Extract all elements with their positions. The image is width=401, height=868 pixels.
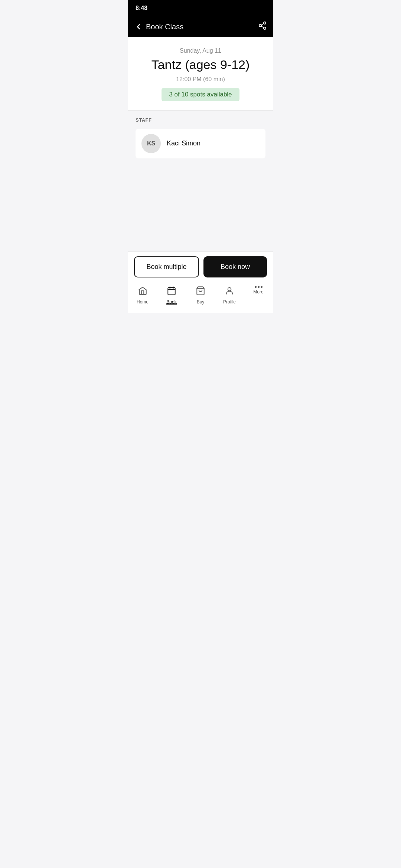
nav-more[interactable]: More: [247, 286, 270, 295]
staff-section: STAFF KS Kaci Simon: [128, 111, 273, 165]
svg-rect-5: [168, 287, 175, 295]
buy-icon: [196, 286, 205, 298]
header-left: Book Class: [134, 22, 183, 31]
nav-buy[interactable]: Buy: [189, 286, 212, 305]
svg-point-6: [228, 287, 231, 291]
more-icon: [255, 286, 263, 288]
staff-member-item: KS Kaci Simon: [136, 129, 265, 158]
spots-available-badge: 3 of 10 spots available: [162, 88, 239, 101]
header-title: Book Class: [146, 23, 183, 31]
svg-point-2: [264, 27, 266, 29]
svg-line-4: [261, 24, 264, 25]
nav-book[interactable]: Book: [160, 286, 183, 305]
event-time: 12:00 PM (60 min): [136, 76, 265, 83]
nav-more-label: More: [253, 289, 263, 295]
status-time: 8:48: [136, 5, 147, 11]
event-date: Sunday, Aug 11: [136, 47, 265, 54]
nav-active-indicator: [166, 303, 177, 305]
action-buttons: Book multiple Book now: [128, 251, 273, 282]
staff-avatar: KS: [141, 134, 161, 153]
event-title: Tantz (ages 9-12): [136, 57, 265, 72]
staff-initials: KS: [147, 140, 155, 147]
nav-home[interactable]: Home: [131, 286, 154, 305]
app-header: Book Class: [128, 16, 273, 37]
svg-point-0: [264, 22, 266, 24]
event-info-section: Sunday, Aug 11 Tantz (ages 9-12) 12:00 P…: [128, 37, 273, 111]
nav-home-label: Home: [137, 299, 149, 305]
book-now-button[interactable]: Book now: [203, 256, 267, 277]
nav-profile-label: Profile: [223, 299, 236, 305]
home-icon: [138, 286, 147, 298]
staff-section-label: STAFF: [136, 117, 265, 123]
three-dots-icon: [255, 286, 263, 288]
share-button[interactable]: [258, 21, 267, 32]
svg-point-1: [259, 24, 261, 27]
svg-line-3: [261, 26, 264, 28]
staff-name: Kaci Simon: [167, 139, 200, 147]
back-button[interactable]: [134, 22, 143, 31]
book-icon: [167, 286, 176, 298]
nav-profile[interactable]: Profile: [218, 286, 241, 305]
nav-buy-label: Buy: [197, 299, 205, 305]
bottom-navigation: Home Book Buy Prof: [128, 282, 273, 313]
status-bar: 8:48: [128, 0, 273, 16]
profile-icon: [225, 286, 234, 298]
book-multiple-button[interactable]: Book multiple: [134, 256, 199, 277]
